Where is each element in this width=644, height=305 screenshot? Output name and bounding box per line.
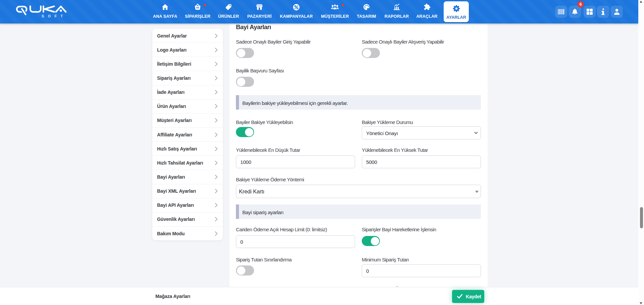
svg-text:SOFT: SOFT [42,14,67,18]
